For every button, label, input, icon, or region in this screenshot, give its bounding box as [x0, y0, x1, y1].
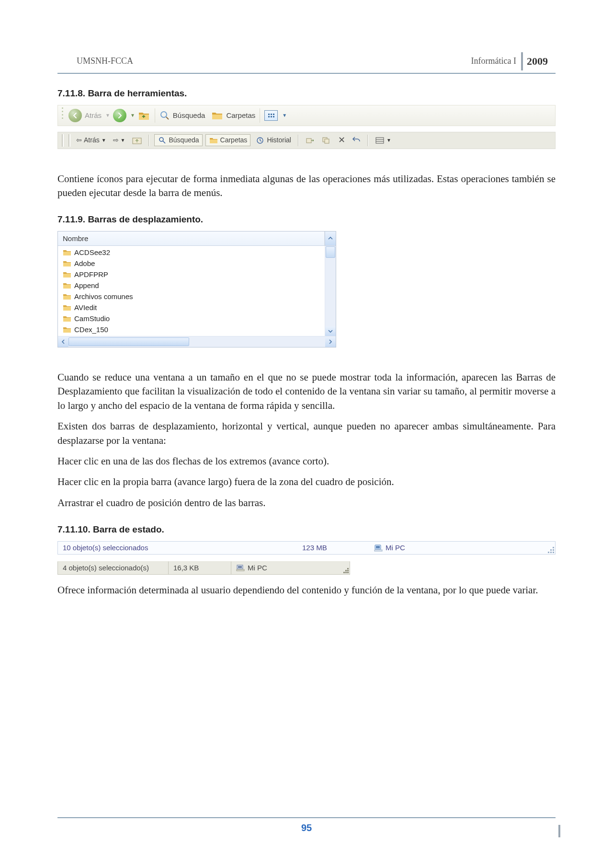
section-7-11-10-paragraph: Ofrece información determinada al usuari… — [57, 583, 556, 597]
scroll-thumb[interactable] — [68, 337, 189, 346]
scroll-right-button[interactable] — [325, 336, 336, 347]
file-list-window: Nombre ACDSee32AdobeAPDFPRPAppendArchivo… — [57, 231, 336, 347]
folder-up-button[interactable] — [138, 110, 150, 121]
status-selected: 10 objeto(s) seleccionados — [57, 541, 297, 555]
arrow-right-icon: ⇨ — [113, 136, 119, 145]
forward-menu-icon[interactable]: ▼ — [121, 137, 125, 144]
resize-grip-icon[interactable] — [342, 567, 349, 573]
list-item[interactable]: ACDSee32 — [58, 247, 325, 258]
folders-icon — [209, 136, 218, 145]
history-button[interactable]: Historial — [253, 136, 293, 145]
folder-name: Adobe — [74, 258, 95, 268]
header-course: Informática I — [471, 55, 516, 67]
folder-up-icon — [132, 136, 142, 145]
resize-grip-icon[interactable] — [547, 546, 554, 553]
scroll-up-button[interactable] — [325, 231, 336, 245]
svg-rect-14 — [238, 566, 242, 568]
svg-rect-4 — [306, 139, 311, 143]
list-item[interactable]: Archivos comunes — [58, 291, 325, 302]
folder-name: Append — [74, 280, 99, 290]
folder-name: Archivos comunes — [74, 291, 133, 301]
forward-menu-icon[interactable]: ▼ — [130, 112, 135, 119]
views-menu-icon[interactable]: ▼ — [386, 137, 391, 144]
search-button[interactable] — [159, 110, 170, 121]
folders-icon — [212, 111, 223, 120]
back-label: Atrás — [84, 136, 100, 145]
views-button[interactable]: ▼ — [373, 136, 393, 145]
status-size: 16,3 KB — [168, 561, 231, 575]
scroll-track[interactable] — [325, 258, 336, 326]
folder-name: CamStudio — [74, 313, 110, 324]
section-7-11-9-para5: Arrastrar el cuadro de posición dentro d… — [57, 496, 556, 510]
list-item[interactable]: AVIedit — [58, 302, 325, 313]
folders-label: Carpetas — [226, 110, 255, 120]
scroll-track[interactable] — [189, 336, 325, 347]
history-icon — [255, 136, 265, 145]
column-header-name[interactable]: Nombre — [58, 231, 325, 245]
back-menu-icon[interactable]: ▼ — [105, 112, 110, 119]
toolbar-grip-icon — [62, 105, 65, 126]
horizontal-scrollbar[interactable] — [58, 336, 336, 347]
folder-up-icon — [138, 110, 150, 121]
back-button[interactable] — [68, 109, 82, 122]
back-button[interactable]: ⇦ Atrás ▼ — [74, 136, 108, 145]
svg-rect-15 — [237, 569, 244, 571]
section-7-11-9-para3: Hacer clic en una de las dos flechas de … — [57, 454, 556, 468]
chevron-left-icon — [61, 339, 66, 344]
status-location: Mi PC — [369, 541, 556, 555]
vertical-scrollbar[interactable] — [325, 246, 336, 336]
delete-button[interactable]: ✕ — [336, 134, 347, 146]
header-rule — [57, 73, 556, 74]
folder-icon — [63, 260, 71, 267]
status-bar-classic: 4 objeto(s) seleccionado(s) 16,3 KB Mi P… — [57, 561, 350, 575]
svg-rect-12 — [375, 550, 382, 551]
views-menu-icon[interactable]: ▼ — [282, 112, 287, 119]
scroll-down-button[interactable] — [325, 326, 336, 336]
section-7-11-9-para4: Hacer clic en la propia barra (avance la… — [57, 475, 556, 489]
copy-to-icon — [322, 136, 331, 145]
list-item[interactable]: Append — [58, 280, 325, 291]
folders-label: Carpetas — [220, 136, 248, 145]
folder-up-button[interactable] — [130, 136, 144, 145]
section-7-11-9-para2: Existen dos barras de desplazamiento, ho… — [57, 419, 556, 448]
section-7-11-9-para1: Cuando se reduce una ventana a un tamaño… — [57, 370, 556, 413]
svg-point-2 — [159, 138, 163, 141]
section-7-11-8-title: 7.11.8. Barra de herramientas. — [57, 87, 556, 100]
folders-button[interactable] — [212, 111, 223, 120]
grip-icon — [62, 134, 64, 147]
forward-button[interactable]: ⇨ ▼ — [111, 136, 127, 145]
status-selected: 4 objeto(s) seleccionado(s) — [57, 561, 169, 575]
undo-button[interactable] — [350, 136, 363, 145]
forward-button[interactable] — [113, 109, 126, 122]
copy-to-button[interactable] — [320, 136, 333, 145]
search-icon — [159, 110, 170, 121]
status-bar-xp: 10 objeto(s) seleccionados 123 MB Mi PC — [57, 541, 556, 555]
folder-name: APDFPRP — [74, 269, 108, 279]
arrow-left-icon: ⇦ — [76, 136, 82, 145]
svg-point-0 — [161, 112, 167, 117]
undo-icon — [352, 136, 361, 145]
chevron-up-icon — [328, 236, 333, 241]
folder-name: CDex_150 — [74, 324, 108, 335]
svg-rect-11 — [376, 546, 380, 548]
my-computer-icon — [236, 565, 245, 571]
list-item[interactable]: Adobe — [58, 258, 325, 269]
header-right: Informática I 2009 — [471, 53, 556, 70]
section-7-11-9-title: 7.11.9. Barras de desplazamiento. — [57, 213, 556, 226]
search-icon — [158, 136, 167, 145]
move-to-button[interactable] — [304, 136, 317, 145]
search-button[interactable]: Búsqueda — [154, 134, 203, 147]
page-header: UMSNH-FCCA Informática I 2009 — [57, 53, 556, 70]
chevron-right-icon — [328, 339, 333, 344]
scroll-thumb[interactable] — [326, 246, 335, 258]
list-item[interactable]: CamStudio — [58, 313, 325, 324]
scroll-left-button[interactable] — [58, 336, 68, 347]
list-item[interactable]: CDex_150 — [58, 324, 325, 335]
back-menu-icon[interactable]: ▼ — [102, 137, 106, 144]
chevron-down-icon — [328, 329, 333, 334]
status-location-label: Mi PC — [248, 563, 267, 573]
list-item[interactable]: APDFPRP — [58, 269, 325, 280]
views-button[interactable] — [264, 110, 278, 121]
folders-button[interactable]: Carpetas — [205, 134, 251, 147]
folder-icon — [63, 293, 71, 300]
